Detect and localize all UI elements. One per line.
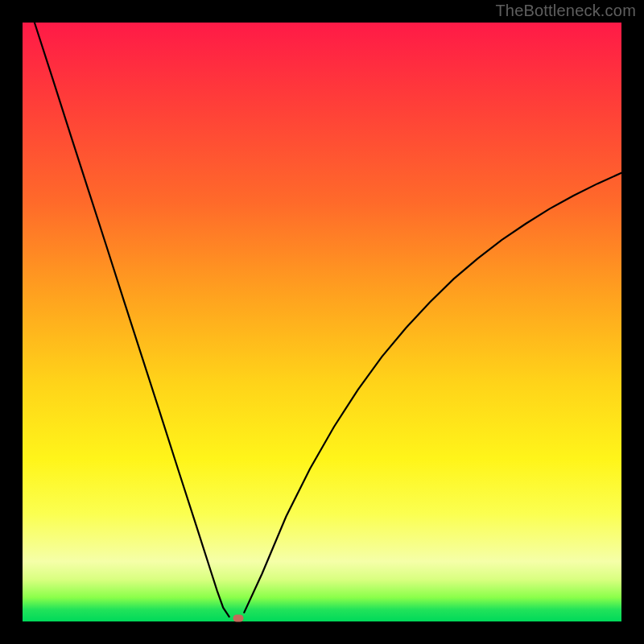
curve-right-branch	[244, 173, 621, 613]
chart-plot-area	[23, 23, 621, 621]
chart-svg	[23, 23, 621, 621]
minimum-marker	[233, 614, 243, 621]
watermark-text: TheBottleneck.com	[495, 2, 636, 20]
chart-frame: TheBottleneck.com	[0, 0, 644, 644]
curve-left-branch	[35, 23, 229, 617]
